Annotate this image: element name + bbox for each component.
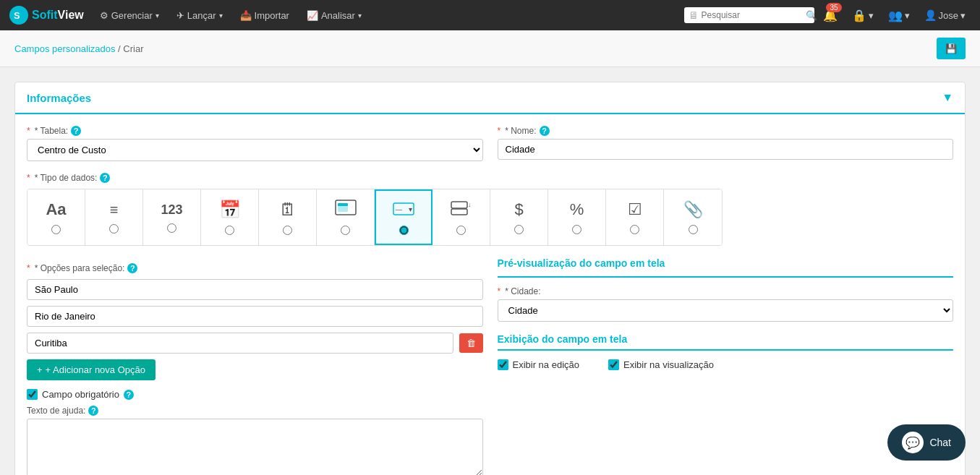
texto-ajuda-input[interactable] xyxy=(27,419,483,475)
right-col: Pré-visualização do campo em tela * * Ci… xyxy=(498,257,954,475)
option-input-3[interactable] xyxy=(27,333,453,354)
search-input[interactable] xyxy=(702,10,803,20)
type-radio-longtext[interactable] xyxy=(109,224,119,234)
nome-help-icon[interactable]: ? xyxy=(540,126,550,136)
notifications-btn[interactable]: 🔔 35 xyxy=(817,0,843,30)
search-box: 🖥 🔍 xyxy=(684,7,814,23)
type-item-date[interactable]: 📅 xyxy=(201,189,259,245)
plus-icon: + xyxy=(37,364,43,375)
chevron-down-icon-4: ▾ xyxy=(869,10,874,21)
search-icon[interactable]: 🔍 xyxy=(806,10,817,21)
chevron-down-icon-6: ▾ xyxy=(960,10,966,21)
type-item-percent[interactable]: % xyxy=(548,189,606,245)
type-item-text[interactable]: Aa xyxy=(27,189,85,245)
user-menu-btn[interactable]: 👤 Jose ▾ xyxy=(919,0,971,30)
type-datetime-icon: 🗓 xyxy=(279,200,297,220)
type-longtext-icon: ≡ xyxy=(110,202,119,218)
preview-cidade-select[interactable]: Cidade São Paulo Rio de Janeiro Curitiba xyxy=(498,299,954,322)
type-item-attachment[interactable]: 📎 xyxy=(664,189,722,245)
type-select-icon: —▾ xyxy=(393,200,414,220)
type-currency-icon: $ xyxy=(514,200,523,219)
preview-field-label: * * Cidade: xyxy=(498,286,954,296)
type-radio-tablesel[interactable] xyxy=(341,226,350,235)
option-input-1[interactable] xyxy=(27,279,483,300)
tipo-dados-help-icon[interactable]: ? xyxy=(100,173,110,183)
type-radio-currency[interactable] xyxy=(514,225,524,234)
type-item-checkbox[interactable]: ☑ xyxy=(606,189,664,245)
plane-icon: ✈ xyxy=(176,10,184,21)
tabela-select[interactable]: Centro de Custo Clientes Fornecedores xyxy=(27,139,483,161)
chevron-down-icon-5: ▾ xyxy=(905,10,910,21)
type-radio-text[interactable] xyxy=(51,225,61,234)
type-item-datetime[interactable]: 🗓 xyxy=(259,189,317,245)
preview-section: Pré-visualização do campo em tela xyxy=(498,257,954,278)
exibir-edicao-checkbox[interactable] xyxy=(498,359,508,370)
texto-ajuda-label: Texto de ajuda: ? xyxy=(27,406,483,416)
tabela-label: * * Tabela: ? xyxy=(27,126,483,136)
card-body: * * Tabela: ? Centro de Custo Clientes F… xyxy=(15,114,965,475)
lock-icon: 🔒 xyxy=(852,9,866,22)
type-radio-select[interactable] xyxy=(399,226,409,235)
type-radio-attach[interactable] xyxy=(689,225,698,234)
gear-icon: ⚙ xyxy=(100,10,108,21)
exibir-visualizacao-checkbox[interactable] xyxy=(608,359,619,370)
chart-icon: 📈 xyxy=(307,10,318,21)
exibir-visualizacao-check: Exibir na visualização xyxy=(608,359,714,370)
card-header: Informações ▼ xyxy=(15,82,965,114)
chat-bubble-icon: 💬 xyxy=(906,436,920,450)
delete-option-btn[interactable]: 🗑 xyxy=(459,333,483,353)
type-item-number[interactable]: 123 xyxy=(143,189,201,245)
type-item-select[interactable]: —▾ xyxy=(375,189,433,245)
nome-group: * * Nome: ? xyxy=(498,126,954,161)
type-item-longtext[interactable]: ≡ xyxy=(85,189,143,245)
nav-item-importar[interactable]: 📥 Importar xyxy=(233,0,297,30)
type-item-multiselect[interactable]: ↓ xyxy=(433,189,490,245)
lock-btn[interactable]: 🔒 ▾ xyxy=(846,0,879,30)
type-tablesel-icon xyxy=(335,200,357,220)
nome-input[interactable] xyxy=(498,139,954,160)
type-radio-datetime[interactable] xyxy=(283,226,292,235)
campo-obrigatorio-checkbox[interactable] xyxy=(27,389,38,400)
tipo-dados-label: * * Tipo de dados: ? xyxy=(27,173,953,183)
chat-button[interactable]: 💬 Chat xyxy=(887,424,966,461)
chevron-down-icon: ▾ xyxy=(155,12,159,20)
option-row-2 xyxy=(27,306,483,327)
texto-ajuda-help-icon[interactable]: ? xyxy=(88,406,98,416)
nav-item-gerenciar[interactable]: ⚙ Gerenciar ▾ xyxy=(93,0,166,30)
add-option-button[interactable]: + + Adicionar nova Opção xyxy=(27,359,155,380)
users-btn[interactable]: 👥 ▾ xyxy=(882,0,916,30)
tabela-help-icon[interactable]: ? xyxy=(71,126,81,136)
type-item-currency[interactable]: $ xyxy=(490,189,548,245)
type-attach-icon: 📎 xyxy=(683,200,703,219)
breadcrumb-parent-link[interactable]: Campos personalizados xyxy=(14,43,115,54)
type-item-table-select[interactable] xyxy=(317,189,375,245)
opcoes-help-icon[interactable]: ? xyxy=(127,263,137,273)
nav-item-lancar[interactable]: ✈ Lançar ▾ xyxy=(169,0,230,30)
type-radio-checkbox[interactable] xyxy=(630,225,639,234)
exibir-edicao-check: Exibir na edição xyxy=(498,359,580,370)
type-checkbox-icon: ☑ xyxy=(628,200,642,219)
breadcrumb: Campos personalizados / Criar xyxy=(14,43,144,54)
exibicao-section: Exibição do campo em tela xyxy=(498,333,954,351)
collapse-icon[interactable]: ▼ xyxy=(942,91,953,104)
chat-circle: 💬 xyxy=(902,432,924,453)
monitor-icon: 🖥 xyxy=(689,9,699,21)
main-content: Informações ▼ * * Tabela: ? Centro de Cu… xyxy=(0,67,980,475)
exibir-visualizacao-label: Exibir na visualização xyxy=(623,359,714,370)
type-radio-multisel[interactable] xyxy=(456,226,466,235)
svg-text:▾: ▾ xyxy=(409,205,412,213)
svg-text:—: — xyxy=(396,206,402,213)
tabela-nome-row: * * Tabela: ? Centro de Custo Clientes F… xyxy=(27,126,953,161)
preview-field: * * Cidade: Cidade São Paulo Rio de Jane… xyxy=(498,286,954,322)
brand-logo-icon: S xyxy=(9,5,29,25)
type-radio-percent[interactable] xyxy=(572,225,581,234)
type-radio-date[interactable] xyxy=(225,226,234,235)
option-input-2[interactable] xyxy=(27,306,483,327)
save-button[interactable]: 💾 xyxy=(937,38,966,59)
svg-rect-8 xyxy=(451,202,467,208)
campo-obrig-help-icon[interactable]: ? xyxy=(124,390,134,400)
delete-icon: 🗑 xyxy=(466,338,476,348)
type-radio-number[interactable] xyxy=(167,223,176,233)
nav-item-analisar[interactable]: 📈 Analisar ▾ xyxy=(299,0,369,30)
svg-rect-9 xyxy=(451,209,467,215)
